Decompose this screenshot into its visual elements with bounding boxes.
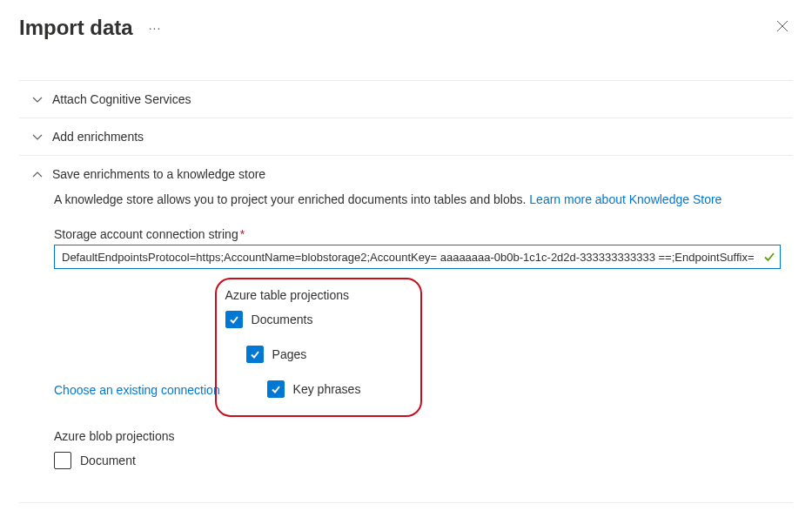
accordion-body-save-enrichments: A knowledge store allows you to project … xyxy=(19,192,793,502)
checkbox-blob-document[interactable] xyxy=(54,452,71,469)
connection-string-label: Storage account connection string* xyxy=(54,227,781,241)
accordion-attach-cognitive: Attach Cognitive Services xyxy=(19,80,793,118)
checkbox-documents[interactable] xyxy=(225,311,243,328)
checkmark-icon xyxy=(763,251,775,263)
accordion-label: Save enrichments to a knowledge store xyxy=(52,167,265,181)
blob-projections-group: Azure blob projections Document xyxy=(54,429,781,469)
required-asterisk: * xyxy=(240,227,245,241)
checkbox-row-documents: Documents xyxy=(225,311,386,328)
close-icon[interactable] xyxy=(772,16,793,40)
checkbox-row-pages: Pages xyxy=(246,346,386,363)
header-left: Import data ··· xyxy=(19,16,161,40)
checkbox-key-phrases[interactable] xyxy=(267,380,285,398)
checkbox-label: Pages xyxy=(272,347,307,361)
checkbox-row-blob-document: Document xyxy=(54,452,781,469)
accordion-header-attach-cognitive[interactable]: Attach Cognitive Services xyxy=(19,81,793,118)
blob-projections-title: Azure blob projections xyxy=(54,429,781,443)
chevron-down-icon xyxy=(31,93,44,105)
checkbox-label: Key phrases xyxy=(293,382,361,396)
content-area: Attach Cognitive Services Add enrichment… xyxy=(0,80,812,503)
accordion-label: Add enrichments xyxy=(52,130,144,144)
intro-text: A knowledge store allows you to project … xyxy=(54,192,781,206)
accordion-add-enrichments: Add enrichments xyxy=(19,118,793,155)
learn-more-link[interactable]: Learn more about Knowledge Store xyxy=(529,192,721,206)
checkbox-row-key-phrases: Key phrases xyxy=(267,380,386,398)
checkbox-label: Documents xyxy=(252,313,313,326)
chevron-up-icon xyxy=(31,168,44,180)
table-projections-title: Azure table projections xyxy=(225,288,386,302)
more-icon[interactable]: ··· xyxy=(149,21,162,35)
connection-string-input[interactable] xyxy=(54,245,781,269)
connection-string-row xyxy=(54,245,781,269)
accordion-save-enrichments: Save enrichments to a knowledge store A … xyxy=(19,155,793,503)
accordion-header-save-enrichments[interactable]: Save enrichments to a knowledge store xyxy=(19,156,793,192)
page-title: Import data xyxy=(19,16,133,40)
checkbox-label: Document xyxy=(80,454,136,467)
page-header: Import data ··· xyxy=(0,0,812,56)
accordion-label: Attach Cognitive Services xyxy=(52,92,191,106)
table-projections-group: Azure table projections Documents Pages xyxy=(225,288,386,398)
choose-existing-connection-link[interactable]: Choose an existing connection xyxy=(54,383,220,397)
chevron-down-icon xyxy=(31,131,44,143)
highlight-annotation: Azure table projections Documents Pages xyxy=(215,278,422,417)
accordion-header-add-enrichments[interactable]: Add enrichments xyxy=(19,118,793,155)
checkbox-pages[interactable] xyxy=(246,346,264,363)
field-label-text: Storage account connection string xyxy=(54,227,238,241)
intro-text-label: A knowledge store allows you to project … xyxy=(54,192,529,206)
